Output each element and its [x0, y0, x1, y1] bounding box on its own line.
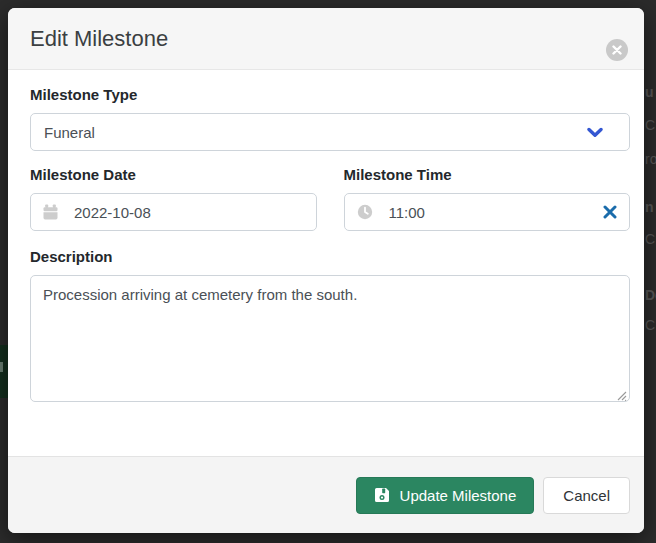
close-icon — [612, 45, 622, 55]
chevron-down-icon — [587, 127, 603, 138]
x-clear-icon — [603, 205, 617, 219]
milestone-time-label: Milestone Time — [344, 166, 631, 184]
cancel-label: Cancel — [563, 487, 610, 504]
dialog-title: Edit Milestone — [30, 24, 622, 54]
update-milestone-label: Update Milestone — [400, 487, 517, 504]
milestone-date-input[interactable]: 2022-10-08 — [30, 193, 317, 231]
backdrop-button-icon-fragment — [0, 362, 3, 372]
dialog-footer: Update Milestone Cancel — [8, 456, 644, 533]
milestone-time-value: 11:00 — [389, 204, 425, 221]
description-label: Description — [30, 248, 630, 266]
clear-time-button[interactable] — [599, 205, 617, 219]
milestone-type-label: Milestone Type — [30, 86, 630, 104]
backdrop-text-fragment: ro — [645, 152, 656, 166]
update-milestone-button[interactable]: Update Milestone — [356, 477, 535, 514]
description-group: Description Procession arriving at cemet… — [30, 248, 630, 402]
backdrop-text-fragment: n — [645, 200, 654, 214]
save-icon — [374, 487, 390, 503]
milestone-time-input[interactable]: 11:00 — [344, 193, 631, 231]
description-textarea[interactable]: Procession arriving at cemetery from the… — [30, 275, 630, 402]
dialog-header: Edit Milestone — [8, 8, 644, 70]
milestone-type-value: Funeral — [44, 124, 95, 141]
milestone-date-label: Milestone Date — [30, 166, 317, 184]
backdrop-text-fragment: C — [645, 232, 655, 246]
backdrop-text-fragment: u — [645, 85, 654, 99]
clock-icon — [357, 204, 373, 220]
close-button[interactable] — [606, 39, 628, 61]
backdrop-text-fragment: De — [645, 288, 656, 302]
milestone-date-group: Milestone Date 2022-10-08 — [30, 166, 317, 231]
milestone-type-select[interactable]: Funeral — [30, 113, 630, 151]
resize-handle[interactable] — [615, 387, 627, 399]
backdrop-text-fragment: C — [645, 318, 655, 332]
edit-milestone-dialog: Edit Milestone Milestone Type Funeral Mi… — [8, 8, 644, 533]
calendar-icon — [43, 204, 58, 220]
dialog-body: Milestone Type Funeral Milestone Date — [8, 70, 644, 456]
milestone-time-group: Milestone Time 11:00 — [344, 166, 631, 231]
cancel-button[interactable]: Cancel — [543, 477, 630, 514]
milestone-date-value: 2022-10-08 — [74, 204, 151, 221]
backdrop-text-fragment: C — [645, 118, 655, 132]
